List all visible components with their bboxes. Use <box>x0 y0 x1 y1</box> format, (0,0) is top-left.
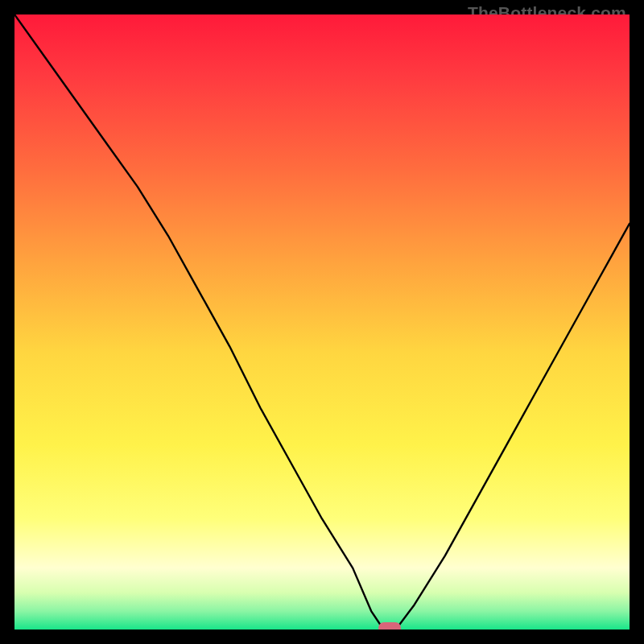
plot-area <box>14 14 630 630</box>
optimal-marker <box>378 622 401 630</box>
bottleneck-chart <box>14 14 630 630</box>
chart-frame: TheBottleneck.com <box>0 0 644 644</box>
gradient-background <box>14 14 630 630</box>
